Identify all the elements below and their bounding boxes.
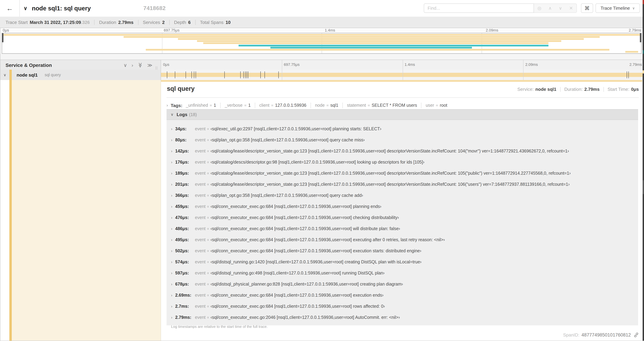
divider <box>94 20 95 25</box>
log-row[interactable]: ›495μs:event=‹sql/conn_executor_exec.go:… <box>166 234 638 245</box>
window-edge-segment <box>642 0 644 4</box>
chevron-right-icon: › <box>171 193 175 198</box>
chevron-right-icon: › <box>171 127 175 131</box>
timeline-tick-label: 1.4ms <box>404 62 415 67</box>
log-timestamp: 486μs: <box>175 226 192 231</box>
tag-value: SELECT * FROM users <box>372 103 417 108</box>
log-row[interactable]: ›34μs:event=‹sql/exec_util.go:2297 [nsql… <box>166 123 638 134</box>
minimap-tick-label: 2.79ms <box>629 28 641 32</box>
chevron-right-icon: › <box>166 103 168 108</box>
chevron-right-icon: › <box>171 282 175 286</box>
log-marker <box>167 71 167 78</box>
trace-view-select[interactable]: Trace Timeline ∨ <box>596 4 640 13</box>
span-row[interactable]: ∨ node sql1 sql query <box>0 70 644 80</box>
log-row[interactable]: ›201μs:event=‹sql/catalog/lease/descript… <box>166 179 638 190</box>
tag-item: node=sql1 <box>315 103 338 108</box>
log-row[interactable]: ›366μs:event=‹sql/plan_opt.go:358 [nsql1… <box>166 190 638 201</box>
chevron-right-icon: › <box>171 171 175 175</box>
log-field-name: event <box>195 237 206 242</box>
log-timestamp: 34μs: <box>175 127 192 131</box>
summary-item-value: 2.79ms <box>118 20 134 25</box>
back-button[interactable]: ← <box>0 0 20 17</box>
minimap-canvas[interactable] <box>2 33 642 54</box>
log-row[interactable]: ›476μs:event=‹sql/conn_executor_exec.go:… <box>166 212 638 223</box>
log-marker <box>627 71 627 78</box>
divider <box>310 103 311 108</box>
equals-sign: = <box>210 103 212 107</box>
log-message: ‹sql/conn_executor_exec.go:684 [nsql1,cl… <box>210 226 400 231</box>
span-collapse-chevron-icon[interactable]: ∨ <box>4 70 6 80</box>
equals-sign: = <box>207 227 209 231</box>
log-field-name: event <box>195 160 206 165</box>
log-field-name: event <box>195 248 206 253</box>
tags-label: Tags: <box>171 103 182 108</box>
trace-collapse-chevron-icon[interactable]: ∨ <box>24 0 27 17</box>
log-row[interactable]: ›502μs:event=‹sql/conn_executor_exec.go:… <box>166 245 638 256</box>
chevron-down-icon: ∨ <box>171 112 174 117</box>
minimap-drag-handle-left[interactable] <box>2 33 4 42</box>
equals-sign: = <box>436 103 438 107</box>
log-row[interactable]: ›2.69ms:event=‹sql/conn_executor_exec.go… <box>166 290 638 301</box>
log-marker <box>186 71 186 78</box>
summary-item-label: Depth <box>174 20 186 25</box>
log-field-name: event <box>195 182 206 187</box>
log-field-name: event <box>195 293 206 298</box>
log-row[interactable]: ›678μs:event=‹sql/distsql_physical_plann… <box>166 279 638 290</box>
log-field-name: event <box>195 304 206 309</box>
log-marker <box>240 71 241 78</box>
span-row-timeline-cell[interactable] <box>161 70 644 80</box>
link-icon[interactable] <box>634 332 639 337</box>
log-field-name: event <box>195 149 206 154</box>
minimap-span-bar <box>124 36 600 38</box>
log-row[interactable]: ›176μs:event=‹sql/catalog/descs/descript… <box>166 157 638 168</box>
start-time-value: 0μs <box>631 87 639 92</box>
span-row-name-cell[interactable]: ∨ node sql1 sql query <box>0 70 161 80</box>
log-row[interactable]: ›459μs:event=‹sql/conn_executor_exec.go:… <box>166 201 638 212</box>
trace-id: 7418682 <box>143 0 166 17</box>
log-timestamp: 2.69ms: <box>175 293 192 298</box>
tag-item: client=127.0.0.1:59936 <box>259 103 306 108</box>
minimap-span-bar <box>270 47 472 48</box>
tag-item: user=root <box>426 103 447 108</box>
chevron-down-icon[interactable]: ∨ <box>559 6 562 11</box>
log-timestamp: 201μs: <box>175 182 192 187</box>
find-controls: ◎∧∨✕ <box>534 4 577 13</box>
tag-item: _verbose=1 <box>225 103 251 108</box>
keyboard-shortcuts-button[interactable]: ⌘ <box>581 4 593 13</box>
collapse-all-icon[interactable]: ≫ <box>138 62 143 67</box>
chevron-up-icon[interactable]: ∧ <box>548 6 552 11</box>
log-timestamp: 2.7ms: <box>175 304 192 309</box>
summary-item-value: 10 <box>226 20 230 25</box>
column-resizer-handle[interactable]: || <box>156 66 158 70</box>
log-marker <box>248 71 248 78</box>
divider <box>342 103 343 108</box>
log-row[interactable]: ›486μs:event=‹sql/conn_executor_exec.go:… <box>166 223 638 234</box>
find-input[interactable] <box>424 4 534 13</box>
span-color-strip <box>9 70 12 80</box>
span-detail-meta: Service: node sql1 Duration: 2.79ms Star… <box>517 87 639 92</box>
spanid-label: SpanID: <box>563 332 580 337</box>
scope-target-icon[interactable]: ◎ <box>537 6 541 11</box>
log-row[interactable]: ›2.7ms:event=‹sql/conn_executor_exec.go:… <box>166 301 638 312</box>
log-row[interactable]: ›597μs:event=‹sql/distsql_running.go:498… <box>166 267 638 279</box>
equals-sign: = <box>207 182 209 186</box>
span-detail-top-bar <box>161 80 642 82</box>
log-row[interactable]: ›189μs:event=‹sql/catalog/lease/descript… <box>166 168 638 179</box>
logs-toggle-header[interactable]: ∨ Logs (18) <box>166 109 638 120</box>
minimap-drag-handle-right[interactable] <box>640 33 641 42</box>
log-row[interactable]: ›80μs:event=‹sql/plan_opt.go:358 [nsql1,… <box>166 134 638 146</box>
chevron-right-icon: › <box>171 182 175 186</box>
service-operation-header: Service & Operation ∨ › ≫ ≫ || <box>0 60 161 70</box>
minimap-span-bar <box>625 51 638 53</box>
collapse-one-icon[interactable]: ∨ <box>124 63 127 67</box>
divider <box>166 97 639 98</box>
tags-toggle-row[interactable]: › Tags: _unfinished=1_verbose=1client=12… <box>166 101 638 110</box>
expand-all-icon[interactable]: ≫ <box>147 63 152 67</box>
timeline-ticks-header: 0μs697.75μs1.4ms2.09ms2.79ms <box>161 60 644 70</box>
clear-x-icon[interactable]: ✕ <box>569 6 573 11</box>
expand-one-icon[interactable]: › <box>132 63 133 67</box>
log-row[interactable]: ›2.79ms:event=‹sql/conn_executor_exec.go… <box>166 312 638 323</box>
log-row[interactable]: ›142μs:event=‹sql/catalog/lease/descript… <box>166 146 638 157</box>
log-row[interactable]: ›574μs:event=‹sql/distsql_running.go:142… <box>166 256 638 267</box>
equals-sign: = <box>271 103 273 107</box>
